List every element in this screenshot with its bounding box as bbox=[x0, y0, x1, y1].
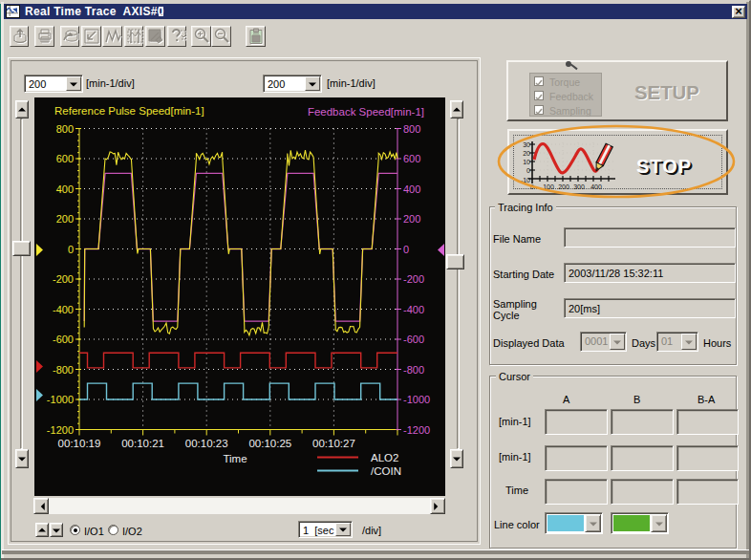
svg-text:-1000: -1000 bbox=[403, 394, 430, 405]
svg-text:200: 200 bbox=[403, 213, 420, 225]
svg-text:800: 800 bbox=[403, 123, 420, 135]
svg-text:600: 600 bbox=[56, 153, 74, 164]
svg-text:-800: -800 bbox=[403, 364, 424, 376]
svg-text:400: 400 bbox=[403, 183, 420, 195]
svg-text:Feedback Speed[min-1]: Feedback Speed[min-1] bbox=[308, 106, 424, 118]
svg-text:200: 200 bbox=[56, 213, 74, 225]
svg-text:600: 600 bbox=[403, 153, 420, 164]
svg-text:-800: -800 bbox=[53, 364, 74, 376]
svg-text:-1000: -1000 bbox=[47, 394, 74, 405]
svg-text:-400: -400 bbox=[53, 304, 74, 315]
svg-text:00:10:21: 00:10:21 bbox=[121, 438, 164, 449]
svg-text:00:10:23: 00:10:23 bbox=[185, 438, 228, 449]
svg-text:Reference Pulse Speed[min-1]: Reference Pulse Speed[min-1] bbox=[54, 105, 204, 117]
svg-text:-1200: -1200 bbox=[47, 424, 74, 436]
svg-text:00:10:25: 00:10:25 bbox=[248, 438, 291, 449]
svg-text:-1200: -1200 bbox=[403, 424, 430, 436]
svg-text:800: 800 bbox=[56, 123, 74, 135]
svg-text:0: 0 bbox=[68, 244, 74, 255]
svg-text:ALO2: ALO2 bbox=[371, 452, 398, 463]
svg-text:-600: -600 bbox=[403, 334, 424, 345]
svg-text:00:10:27: 00:10:27 bbox=[312, 438, 355, 449]
svg-text:-200: -200 bbox=[53, 273, 74, 285]
svg-text:Time: Time bbox=[223, 453, 247, 464]
svg-text:400: 400 bbox=[56, 183, 74, 195]
svg-text:0: 0 bbox=[403, 244, 409, 255]
svg-text:/COIN: /COIN bbox=[371, 465, 401, 477]
svg-text:-400: -400 bbox=[403, 304, 424, 315]
svg-text:-600: -600 bbox=[53, 334, 74, 345]
svg-text:-200: -200 bbox=[403, 273, 424, 285]
svg-text:00:10:19: 00:10:19 bbox=[58, 438, 101, 449]
